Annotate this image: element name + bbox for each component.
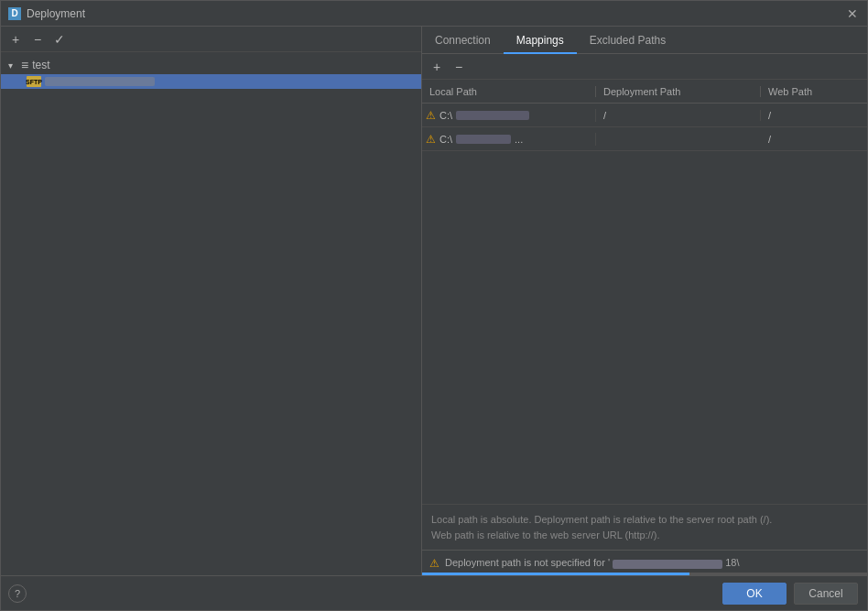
tab-excluded-paths[interactable]: Excluded Paths [577, 30, 678, 54]
status-bar: ⚠ Deployment path is not specified for '… [422, 550, 867, 575]
server-tree: ▾ ≡ test SFTP [1, 52, 421, 575]
table-header: Local Path Deployment Path Web Path [422, 80, 867, 104]
help-button[interactable]: ? [8, 584, 27, 603]
remove-server-button[interactable]: − [28, 30, 47, 49]
mappings-table: ⚠ C:\ / / ⚠ C:\ [422, 104, 867, 504]
status-warning-suffix: 18\ [725, 557, 739, 568]
tab-connection[interactable]: Connection [422, 30, 504, 54]
close-button[interactable]: ✕ [845, 6, 860, 21]
add-server-button[interactable]: + [6, 30, 25, 49]
tab-mappings[interactable]: Mappings [504, 30, 577, 54]
cell-web-2: / [761, 134, 867, 145]
warning-icon-2: ⚠ [426, 133, 436, 146]
tree-child-item[interactable]: SFTP [1, 74, 421, 89]
status-warning-prefix: Deployment path is not specified for ' [445, 557, 610, 568]
warning-icon-1: ⚠ [426, 109, 436, 122]
web-path-value-1: / [768, 110, 771, 121]
tree-root-label: test [32, 59, 49, 71]
cell-deployment-1: / [596, 110, 761, 121]
sftp-icon: SFTP [27, 76, 41, 87]
local-path-text-1: C:\ [439, 110, 452, 121]
bottom-buttons: ? OK Cancel [1, 575, 867, 610]
app-icon: D [8, 7, 21, 20]
child-label-blurred [45, 77, 155, 86]
col-deployment-header: Deployment Path [596, 86, 761, 97]
tabs-bar: Connection Mappings Excluded Paths [422, 27, 867, 54]
title-bar-left: D Deployment [8, 7, 85, 20]
check-button[interactable]: ✓ [50, 30, 69, 49]
col-local-header: Local Path [422, 86, 596, 97]
local-path-blurred-2 [456, 135, 511, 144]
deployment-path-value-1: / [603, 110, 606, 121]
dialog-title: Deployment [27, 7, 85, 20]
cancel-button[interactable]: Cancel [794, 583, 858, 605]
deployment-dialog: D Deployment ✕ + − ✓ ▾ ≡ test SFTP [0, 0, 868, 611]
cell-local-1: ⚠ C:\ [422, 109, 596, 122]
status-warning-icon: ⚠ [429, 557, 439, 570]
tree-expand-icon: ▾ [8, 60, 17, 71]
progress-fill [422, 573, 689, 575]
remove-mapping-button[interactable]: − [450, 58, 468, 76]
col-web-header: Web Path [761, 86, 867, 97]
cell-web-1: / [761, 110, 867, 121]
status-warning-text: Deployment path is not specified for ' 1… [445, 557, 860, 568]
app-icon-letter: D [11, 8, 17, 18]
ok-button[interactable]: OK [722, 583, 787, 605]
web-path-value-2: / [768, 134, 771, 145]
add-mapping-button[interactable]: + [428, 58, 446, 76]
local-path-text-2: C:\ [439, 134, 452, 145]
info-text: Local path is absolute. Deployment path … [422, 504, 867, 550]
status-path-blurred [613, 560, 722, 569]
left-toolbar: + − ✓ [1, 27, 421, 52]
main-content: + − ✓ ▾ ≡ test SFTP Connection [1, 27, 867, 575]
table-row[interactable]: ⚠ C:\ ... / [422, 127, 867, 151]
tree-root-item[interactable]: ▾ ≡ test [1, 56, 421, 74]
local-path-blurred-1 [456, 111, 529, 120]
cell-local-2: ⚠ C:\ ... [422, 133, 596, 146]
table-row[interactable]: ⚠ C:\ / / [422, 104, 867, 127]
info-text-content: Local path is absolute. Deployment path … [431, 514, 772, 540]
left-panel: + − ✓ ▾ ≡ test SFTP [1, 27, 422, 575]
right-panel: Connection Mappings Excluded Paths + − L… [422, 27, 867, 575]
table-toolbar: + − [422, 54, 867, 80]
tree-root-icon: ≡ [21, 58, 28, 72]
progress-bar [422, 573, 867, 575]
local-path-ellipsis-2: ... [515, 134, 523, 145]
title-bar: D Deployment ✕ [1, 1, 867, 27]
